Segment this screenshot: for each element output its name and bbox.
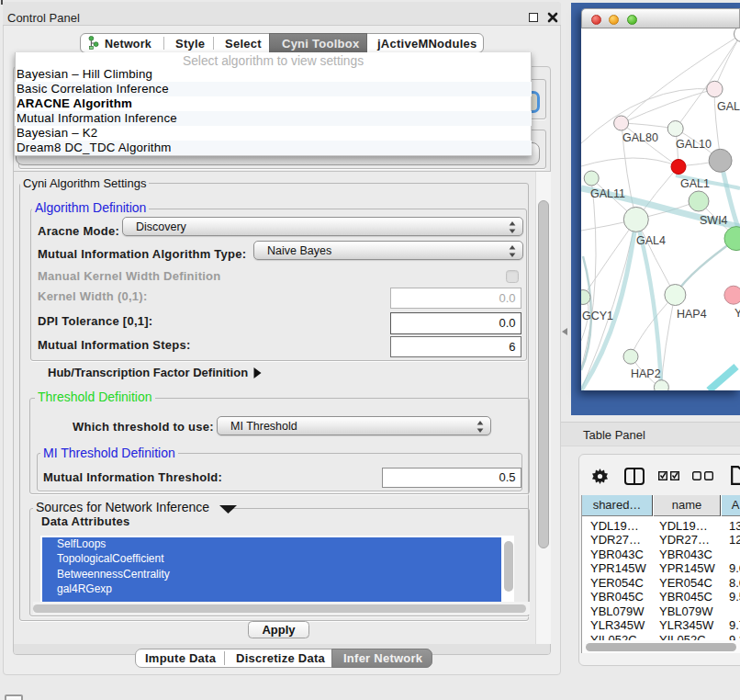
svg-text:SWI4: SWI4 — [700, 214, 728, 227]
svg-text:GAL10: GAL10 — [676, 138, 712, 151]
svg-text:GCY1: GCY1 — [582, 310, 613, 322]
svg-text:GAL2: GAL2 — [717, 100, 740, 113]
svg-text:GAL4: GAL4 — [636, 234, 666, 247]
svg-text:GAL80: GAL80 — [622, 131, 658, 144]
svg-text:GAL11: GAL11 — [590, 187, 625, 200]
svg-text:HAP4: HAP4 — [677, 308, 707, 321]
svg-text:Y: Y — [734, 307, 740, 320]
svg-text:HAP2: HAP2 — [631, 367, 661, 380]
svg-text:GAL1: GAL1 — [680, 177, 710, 190]
